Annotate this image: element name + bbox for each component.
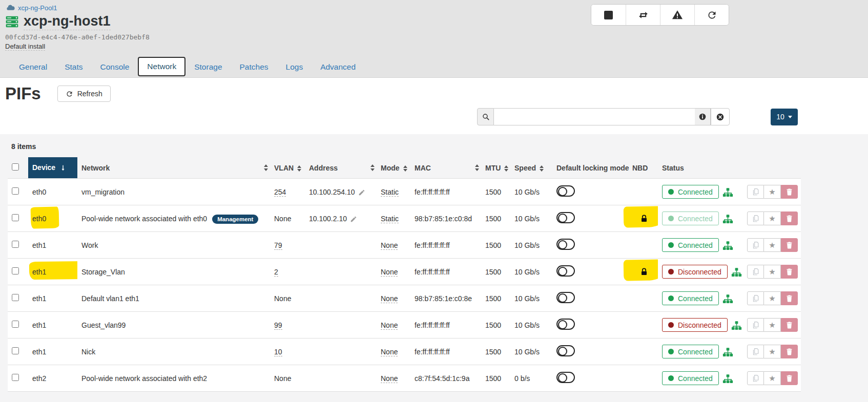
edit-address-icon[interactable]	[350, 216, 357, 223]
tab-general[interactable]: General	[10, 58, 56, 77]
host-description[interactable]: Default install	[0, 41, 868, 50]
copy-button[interactable]	[747, 238, 764, 252]
favorite-button[interactable]: ★	[764, 211, 781, 225]
tab-logs[interactable]: Logs	[277, 58, 312, 77]
locking-mode-toggle[interactable]	[556, 345, 575, 356]
favorite-button[interactable]: ★	[764, 345, 781, 358]
favorite-button[interactable]: ★	[764, 238, 781, 252]
favorite-button[interactable]: ★	[764, 265, 781, 279]
copy-button[interactable]	[747, 291, 764, 305]
favorite-button[interactable]: ★	[764, 291, 781, 305]
search-info-icon[interactable]	[695, 108, 711, 125]
row-checkbox[interactable]	[12, 267, 19, 274]
status-badge[interactable]: Connected	[662, 371, 719, 385]
copy-button[interactable]	[747, 265, 764, 279]
locking-mode-toggle[interactable]	[556, 372, 575, 383]
column-mode[interactable]: Mode	[377, 157, 410, 179]
column-address[interactable]: Address	[305, 157, 377, 179]
tab-patches[interactable]: Patches	[231, 58, 277, 77]
delete-button[interactable]	[781, 185, 798, 199]
vlan-value[interactable]: 79	[274, 241, 282, 250]
delete-button[interactable]	[781, 345, 798, 358]
locking-mode-toggle[interactable]	[556, 185, 575, 197]
status-badge[interactable]: Disconnected	[662, 318, 728, 332]
select-all-checkbox[interactable]	[12, 163, 19, 171]
row-checkbox[interactable]	[12, 241, 19, 248]
search-input[interactable]	[494, 108, 695, 125]
row-checkbox[interactable]	[12, 347, 19, 354]
mac-value: c8:7f:54:5d:1c:9a	[415, 374, 469, 383]
column-speed[interactable]: Speed	[510, 157, 552, 179]
restart-host-button[interactable]	[626, 5, 660, 25]
row-checkbox[interactable]	[12, 294, 19, 301]
page-title[interactable]: xcp-ng-host1	[24, 13, 111, 30]
mtu-value: 1500	[485, 241, 501, 249]
favorite-button[interactable]: ★	[764, 318, 781, 332]
row-checkbox[interactable]	[12, 374, 19, 381]
vlan-value[interactable]: 99	[274, 321, 282, 330]
tab-console[interactable]: Console	[91, 58, 138, 77]
delete-button[interactable]	[781, 318, 798, 332]
refresh-button[interactable]: Refresh	[57, 86, 111, 102]
pifs-table-area: 8 items Device Network VLAN Address Mode…	[0, 134, 868, 392]
mode-value[interactable]: Static	[381, 188, 399, 197]
mode-value[interactable]: None	[381, 294, 398, 303]
copy-button[interactable]	[747, 185, 764, 199]
favorite-button[interactable]: ★	[764, 185, 781, 199]
clear-search-button[interactable]	[711, 108, 730, 125]
column-vlan[interactable]: VLAN	[270, 157, 305, 179]
tab-storage[interactable]: Storage	[185, 58, 231, 77]
vlan-value[interactable]: 254	[274, 188, 286, 197]
network-sitemap-icon	[722, 241, 733, 251]
emergency-mode-button[interactable]	[660, 5, 694, 25]
locking-mode-toggle[interactable]	[556, 265, 575, 277]
delete-button[interactable]	[781, 291, 798, 305]
row-checkbox[interactable]	[12, 214, 19, 221]
row-checkbox[interactable]	[12, 321, 19, 328]
vlan-value[interactable]: 10	[274, 348, 282, 356]
tab-network[interactable]: Network	[138, 57, 185, 76]
mode-value[interactable]: Static	[381, 215, 399, 223]
copy-button[interactable]	[747, 371, 764, 385]
stop-host-button[interactable]	[591, 5, 626, 25]
mode-value[interactable]: None	[381, 374, 398, 383]
restart-toolstack-button[interactable]	[694, 5, 729, 25]
locking-mode-toggle[interactable]	[556, 292, 575, 303]
delete-button[interactable]	[781, 371, 798, 385]
delete-button[interactable]	[781, 211, 798, 225]
tab-advanced[interactable]: Advanced	[312, 58, 364, 77]
edit-address-icon[interactable]	[358, 189, 365, 196]
copy-button[interactable]	[747, 211, 764, 225]
status-badge[interactable]: Connected	[662, 238, 719, 252]
copy-icon	[752, 294, 759, 302]
mode-value[interactable]: None	[381, 268, 398, 277]
row-checkbox[interactable]	[12, 187, 19, 195]
delete-button[interactable]	[781, 238, 798, 252]
locking-mode-toggle[interactable]	[556, 239, 575, 250]
copy-button[interactable]	[747, 318, 764, 332]
copy-button[interactable]	[747, 345, 764, 358]
network-name: Pool-wide network associated with eth2	[81, 374, 207, 383]
status-badge[interactable]: Connected	[662, 345, 719, 358]
mode-value[interactable]: None	[381, 241, 398, 250]
column-device[interactable]: Device	[28, 157, 77, 179]
network-sitemap-icon	[731, 267, 742, 278]
page-size-dropdown[interactable]: 10	[771, 109, 798, 125]
column-network[interactable]: Network	[77, 157, 270, 179]
nbd-lock-icon	[640, 268, 648, 276]
locking-mode-toggle[interactable]	[556, 319, 575, 330]
favorite-button[interactable]: ★	[764, 371, 781, 385]
column-mtu[interactable]: MTU	[481, 157, 510, 179]
status-badge[interactable]: Connected	[662, 185, 719, 199]
vlan-value[interactable]: 2	[274, 268, 278, 277]
locking-mode-toggle[interactable]	[556, 212, 575, 223]
mode-value[interactable]: None	[381, 348, 398, 356]
status-dot-icon	[668, 322, 674, 328]
status-badge[interactable]: Connected	[662, 291, 719, 305]
tab-stats[interactable]: Stats	[56, 58, 91, 77]
delete-button[interactable]	[781, 265, 798, 279]
status-badge[interactable]: Disconnected	[662, 265, 728, 279]
column-mac[interactable]: MAC	[410, 157, 481, 179]
breadcrumb-pool-link[interactable]: xcp-ng-Pool1	[18, 4, 57, 12]
mode-value[interactable]: None	[381, 321, 398, 330]
